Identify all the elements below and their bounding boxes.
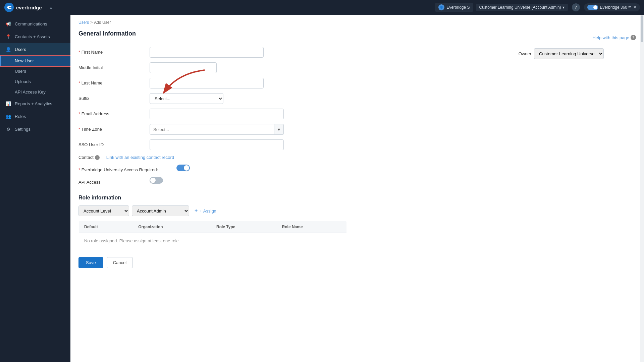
contact-label-group: Contact i [78,155,100,160]
sidebar-item-contacts-assets[interactable]: 📍 Contacts + Assets [0,30,70,43]
nav-expand-button[interactable]: » [47,5,55,10]
timezone-input[interactable] [150,124,274,135]
org-selector[interactable]: Customer Learning Universe (Account Admi… [476,4,568,11]
api-access-row: API Access [78,177,347,185]
product-close-icon[interactable]: ✕ [633,5,637,10]
sidebar-item-communications[interactable]: 📢 Communications [0,17,70,30]
sidebar-subitem-users[interactable]: Users [0,66,70,76]
contact-row: Contact i Link with an existing contact … [78,155,347,160]
role-info-section: Role information Account Level Organizat… [78,195,347,249]
col-default: Default [79,221,133,233]
sidebar-item-reports[interactable]: 📊 Reports + Analytics [0,97,70,110]
sidebar-subitem-api-access-key[interactable]: API Access Key [0,87,70,97]
breadcrumb-parent[interactable]: Users [78,20,89,25]
sso-input[interactable] [150,139,284,150]
university-access-toggle[interactable] [176,165,190,171]
university-access-label: Everbridge University Access Required: [78,165,172,172]
last-name-input[interactable] [150,78,264,88]
university-access-row: Everbridge University Access Required: [78,165,347,172]
save-button[interactable]: Save [78,257,103,268]
col-role-type: Role Type [211,221,277,233]
page-help-link[interactable]: Help with this page [592,35,629,40]
middle-initial-row: Middle Initial [78,62,347,73]
last-name-control [150,78,264,88]
sso-label: SSO User ID [78,139,146,147]
role-type-select[interactable]: Account Admin Account Operator Organizat… [132,205,189,216]
product-switcher[interactable]: Everbridge 360™ ✕ [584,3,640,11]
assign-label: + Assign [200,208,216,214]
role-section-title: Role information [78,195,347,201]
scrollbar-thumb[interactable] [641,15,643,42]
last-name-label: Last Name [78,78,146,85]
sidebar-item-roles[interactable]: 👥 Roles [0,110,70,123]
sidebar-item-users[interactable]: 👤 Users [0,43,70,56]
cancel-button[interactable]: Cancel [107,257,133,268]
suffix-row: Suffix Select... Jr. Sr. II III [78,93,347,104]
user-avatar: 👤 [438,4,444,10]
sidebar-item-label: Roles [15,114,26,119]
sidebar-item-label: Reports + Analytics [15,101,52,106]
role-empty-message: No role assigned. Please assign at least… [79,233,347,249]
middle-initial-label: Middle Initial [78,62,146,70]
breadcrumb-separator: > [90,20,93,25]
communications-icon: 📢 [5,21,11,27]
general-info-section: General Information Owner Customer Learn… [78,30,347,185]
assign-plus-icon: + [195,208,198,214]
role-table: Default Organization Role Type Role Name… [78,221,347,249]
org-name: Customer Learning Universe (Account Admi… [479,5,561,10]
sidebar-item-label: Settings [15,127,31,132]
suffix-label: Suffix [78,93,146,101]
timezone-row: Time Zone ▾ [78,124,347,135]
col-role-name: Role Name [277,221,347,233]
product-toggle[interactable] [587,5,598,10]
sidebar-item-label: Users [15,47,26,52]
assign-button[interactable]: + + Assign [192,206,219,216]
product-label: Everbridge 360™ [600,5,631,10]
main-content: Users > Add User Help with this page ? G… [70,15,644,362]
sidebar-item-settings[interactable]: ⚙ Settings [0,123,70,135]
contact-info-icon[interactable]: i [95,155,100,160]
role-empty-row: No role assigned. Please assign at least… [79,233,347,249]
role-controls: Account Level Organization Level Account… [78,205,347,216]
timezone-label: Time Zone [78,124,146,132]
email-label: Email Address [78,109,146,116]
email-input[interactable] [150,109,284,119]
first-name-row: First Name [78,47,347,58]
owner-label: Owner [519,51,531,56]
middle-initial-input[interactable] [150,62,217,73]
email-control [150,109,284,119]
suffix-select[interactable]: Select... Jr. Sr. II III [150,93,223,104]
role-table-body: No role assigned. Please assign at least… [79,233,347,249]
users-submenu: New User Users Uploads API Access Key [0,56,70,97]
general-info-title: General Information [78,30,347,40]
role-table-header: Default Organization Role Type Role Name [79,221,347,233]
sidebar-subitem-new-user[interactable]: New User [0,56,70,66]
first-name-label: First Name [78,47,146,55]
help-button[interactable]: ? [572,3,580,11]
last-name-row: Last Name [78,78,347,88]
role-level-select[interactable]: Account Level Organization Level [78,205,129,216]
timezone-control: ▾ [150,124,284,135]
roles-icon: 👥 [5,113,11,119]
sidebar-subitem-uploads[interactable]: Uploads [0,76,70,87]
sidebar-item-label: Communications [15,21,47,26]
timezone-wrapper: ▾ [150,124,284,135]
breadcrumb: Users > Add User [78,20,636,25]
breadcrumb-current: Add User [94,20,111,25]
contact-link[interactable]: Link with an existing contact record [106,155,174,160]
reports-icon: 📊 [5,101,11,107]
contacts-icon: 📍 [5,34,11,40]
user-menu[interactable]: 👤 Everbridge S [435,3,473,12]
sidebar-item-label: Contacts + Assets [15,34,50,39]
sso-row: SSO User ID [78,139,347,150]
help-circle-icon: ? [631,35,636,40]
first-name-input[interactable] [150,47,264,58]
api-access-toggle[interactable] [150,177,163,184]
timezone-dropdown-button[interactable]: ▾ [274,124,284,135]
suffix-control: Select... Jr. Sr. II III [150,93,223,104]
owner-select[interactable]: Customer Learning Universe [534,48,604,59]
sso-control [150,139,284,150]
email-row: Email Address [78,109,347,119]
settings-icon: ⚙ [5,126,11,132]
users-icon: 👤 [5,46,11,52]
